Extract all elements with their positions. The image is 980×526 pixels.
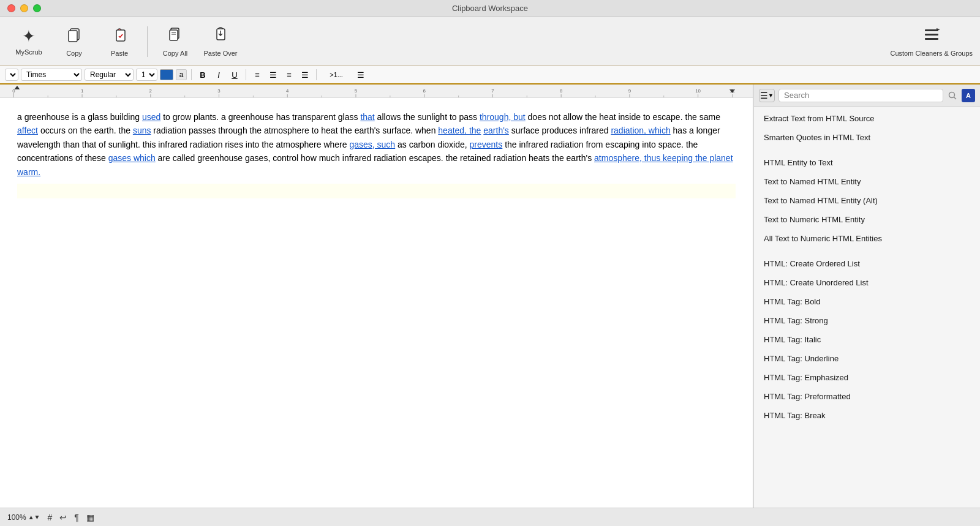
- custom-cleaners-icon: [923, 26, 940, 47]
- list-item[interactable]: HTML: Create Unordered List: [754, 273, 980, 292]
- list-item[interactable]: HTML Tag: Italic: [754, 330, 980, 349]
- myscrub-icon: ✦: [22, 27, 36, 46]
- return-icon[interactable]: ↩: [59, 513, 67, 522]
- myscrub-button[interactable]: ✦ MyScrub: [7, 21, 50, 62]
- link-used[interactable]: used: [142, 112, 160, 122]
- link-prevents[interactable]: prevents: [470, 140, 503, 149]
- paragraph-1: a greenhouse is a glass building used to…: [17, 110, 736, 179]
- zoom-value: 100%: [7, 513, 26, 522]
- svg-text:0: 0: [12, 88, 15, 93]
- list-item[interactable]: HTML Tag: Underline: [754, 349, 980, 368]
- style-dropdown[interactable]: a: [5, 69, 18, 81]
- svg-rect-1: [69, 31, 77, 42]
- list-item[interactable]: HTML Tag: Preformatted: [754, 387, 980, 406]
- copy-label: Copy: [66, 50, 82, 57]
- list-item[interactable]: Smarten Quotes in HTML Text: [754, 128, 980, 147]
- list-item[interactable]: Text to Numeric HTML Entity: [754, 210, 980, 229]
- bold-label: B: [200, 70, 205, 80]
- paste-over-label: Paste Over: [203, 50, 237, 57]
- font-family-dropdown[interactable]: Times: [21, 69, 82, 81]
- custom-cleaners-label: Custom Cleaners & Groups: [891, 50, 973, 57]
- format-divider-2: [246, 69, 246, 80]
- char-style-button[interactable]: a: [176, 69, 187, 80]
- title-bar: Clipboard Workspace: [0, 0, 980, 17]
- list-item[interactable]: Extract Text from HTML Source: [754, 109, 980, 128]
- list-item[interactable]: Text to Named HTML Entity: [754, 172, 980, 191]
- list-item[interactable]: Text to Named HTML Entity (Alt): [754, 191, 980, 210]
- chart-icon[interactable]: ▦: [86, 513, 94, 522]
- list-item[interactable]: HTML Tag: Emphasized: [754, 368, 980, 387]
- list-item[interactable]: HTML: Create Ordered List: [754, 254, 980, 273]
- link-heated[interactable]: heated, the: [438, 126, 481, 135]
- align-justify-button[interactable]: ☰: [298, 69, 312, 81]
- paste-button[interactable]: Paste: [98, 21, 141, 62]
- copy-icon: [66, 26, 83, 47]
- link-radiation[interactable]: radiation, which: [611, 126, 670, 135]
- align-right-icon: ≡: [287, 70, 292, 80]
- copy-all-icon: [167, 26, 184, 47]
- svg-text:9: 9: [628, 88, 631, 93]
- status-bar: 100% ▲▼ # ↩ ¶ ▦: [0, 508, 980, 526]
- copy-all-button[interactable]: Copy All: [154, 21, 197, 62]
- copy-button[interactable]: Copy: [53, 21, 96, 62]
- svg-text:3: 3: [217, 88, 220, 93]
- copy-all-label: Copy All: [163, 50, 187, 57]
- svg-rect-10: [925, 38, 938, 40]
- paste-over-button[interactable]: Paste Over: [199, 21, 242, 62]
- link-earths[interactable]: earth's: [483, 126, 509, 135]
- search-icon[interactable]: [947, 90, 958, 101]
- editor-pane: 0 1 2 3 4 5 6 7 8 9: [0, 85, 753, 508]
- more-label: >1...: [330, 71, 343, 78]
- link-affect[interactable]: affect: [17, 126, 38, 135]
- pilcrow-icon[interactable]: ¶: [74, 513, 79, 522]
- font-size-dropdown[interactable]: 14: [136, 69, 157, 81]
- color-picker[interactable]: [160, 69, 173, 80]
- align-left-button[interactable]: ≡: [251, 69, 264, 81]
- maximize-button[interactable]: [33, 4, 41, 12]
- link-that[interactable]: that: [360, 112, 374, 122]
- italic-button[interactable]: I: [212, 69, 225, 81]
- paste-label: Paste: [111, 50, 128, 57]
- hash-icon[interactable]: #: [48, 513, 53, 522]
- zoom-control[interactable]: 100% ▲▼: [7, 513, 40, 522]
- svg-text:6: 6: [423, 88, 426, 93]
- search-input[interactable]: [778, 89, 943, 102]
- toolbar-separator-1: [147, 26, 148, 57]
- window-controls[interactable]: [7, 4, 41, 12]
- more-button[interactable]: >1...: [321, 69, 352, 81]
- list-button[interactable]: ☰: [354, 69, 368, 81]
- right-panel-header: ☰ ▼ A: [754, 85, 980, 107]
- svg-rect-4: [170, 30, 178, 40]
- link-gases[interactable]: gases, such: [349, 140, 395, 149]
- list-item[interactable]: HTML Tag: Break: [754, 406, 980, 425]
- link-gases-which[interactable]: gases which: [108, 153, 156, 163]
- align-right-button[interactable]: ≡: [282, 69, 296, 81]
- link-through[interactable]: through, but: [480, 112, 526, 122]
- link-suns[interactable]: suns: [133, 126, 151, 135]
- list-gap: [754, 147, 980, 153]
- ruler: 0 1 2 3 4 5 6 7 8 9: [0, 85, 753, 98]
- list-item[interactable]: HTML Tag: Bold: [754, 292, 980, 311]
- language-icon: A: [962, 89, 975, 102]
- list-item[interactable]: HTML Tag: Strong: [754, 311, 980, 330]
- zoom-stepper-icon[interactable]: ▲▼: [28, 514, 40, 520]
- close-button[interactable]: [7, 4, 15, 12]
- myscrub-label: MyScrub: [15, 48, 42, 56]
- underline-label: U: [232, 70, 237, 80]
- toolbar: ✦ MyScrub Copy Paste: [0, 17, 980, 66]
- menu-icon-button[interactable]: ☰ ▼: [759, 89, 775, 102]
- svg-rect-2: [116, 30, 125, 41]
- align-center-button[interactable]: ☰: [266, 69, 280, 81]
- list-item[interactable]: All Text to Numeric HTML Entities: [754, 229, 980, 248]
- align-left-icon: ≡: [255, 70, 260, 80]
- svg-text:4: 4: [286, 88, 288, 93]
- bold-button[interactable]: B: [196, 69, 209, 81]
- main-area: 0 1 2 3 4 5 6 7 8 9: [0, 85, 980, 508]
- paste-over-icon: [212, 26, 229, 47]
- list-item[interactable]: HTML Entity to Text: [754, 153, 980, 172]
- underline-button[interactable]: U: [228, 69, 241, 81]
- font-weight-dropdown[interactable]: Regular: [85, 69, 134, 81]
- editor-content[interactable]: a greenhouse is a glass building used to…: [0, 98, 753, 508]
- custom-cleaners-button[interactable]: Custom Cleaners & Groups: [891, 26, 973, 57]
- minimize-button[interactable]: [20, 4, 28, 12]
